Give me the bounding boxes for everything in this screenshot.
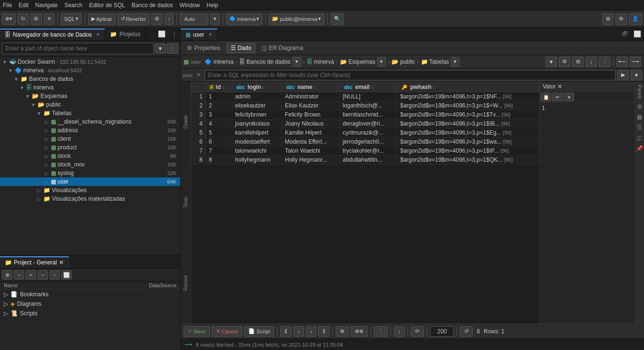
menu-search[interactable]: Search — [64, 2, 82, 9]
menu-window[interactable]: Window — [180, 2, 200, 9]
search-global-button[interactable]: 🔍 — [331, 13, 344, 25]
id-cell[interactable]: 6 — [206, 137, 232, 146]
settings-button[interactable]: ⚙ — [615, 13, 627, 25]
tree-item-tabelas[interactable]: ▼ 📁 Tabelas — [0, 109, 180, 117]
login-cell[interactable]: elisekautzer — [232, 101, 282, 110]
bc-public[interactable]: 📂 public — [391, 58, 415, 65]
tree-item-diesel[interactable]: ▷ ▦ __diesel_schema_migrations 24K — [0, 117, 180, 126]
value-copy-btn[interactable]: 📋 — [541, 93, 551, 101]
more-tree-button[interactable]: ⋮ — [167, 43, 178, 54]
delete-button[interactable]: ✕ — [44, 13, 55, 25]
list-view-icon[interactable]: ☰ — [636, 123, 643, 132]
tab-user[interactable]: ▦ user ✕ — [181, 29, 217, 40]
grid-body[interactable]: 1 1 admin Administrator [NULL] $argon2id… — [192, 92, 539, 165]
data-grid[interactable]: # id ↕ abc login ↕ — [191, 82, 539, 323]
grid-sort-btn[interactable]: ↕ — [585, 57, 597, 67]
menu-edit[interactable]: Edit — [19, 2, 29, 9]
auto-refresh-btn[interactable]: ↺ — [460, 326, 473, 337]
pwhash-cell[interactable]: $argon2id$v=19$m=4096,t=3,p=1$tP... [96] — [397, 146, 539, 156]
tree-item-client[interactable]: ▷ ▦ client 16K — [0, 135, 180, 143]
pwhash-cell[interactable]: $argon2id$v=19$m=4096,t=3,p=1$NF... [96] — [397, 92, 539, 101]
grid-more-btn[interactable]: ⋮ — [599, 57, 610, 67]
col-id-header[interactable]: # id ↕ — [206, 82, 232, 92]
bc-bancos[interactable]: 🗄 Bancos de dados — [239, 58, 291, 65]
login-cell[interactable]: talonwaelchi — [232, 146, 282, 156]
tree-item-visualizacoes[interactable]: ▷ 📁 Visualizações — [0, 186, 180, 194]
move-first-btn[interactable]: ⟪ — [280, 326, 292, 337]
tree-item-address[interactable]: ▷ ▦ address 16K — [0, 126, 180, 135]
new-connection-button[interactable]: ⊕▾ — [2, 13, 16, 25]
pwhash-cell[interactable]: $argon2id$v=19$m=4096,t=3,p=1$QK... [96] — [397, 156, 539, 165]
project-remove-button[interactable]: − — [14, 270, 24, 280]
table-row[interactable]: 7 7 talonwaelchi Talon Waelchi tryciakoh… — [192, 146, 539, 156]
project-add-button[interactable]: ⊕ — [2, 270, 12, 280]
sidebar-toggle-icon[interactable]: ⊞ — [636, 102, 643, 111]
email-cell[interactable]: abdullahwittin... — [340, 156, 397, 165]
pwhash-cell[interactable]: $argon2id$v=19$m=4096,t=3,p=1$Tv... [96] — [397, 110, 539, 119]
table-row[interactable]: 8 8 hollyhegmann Holly Hegmanr... abdull… — [192, 156, 539, 165]
table-row[interactable]: 5 5 kamillehilpert Kamille Hilpert cyril… — [192, 128, 539, 137]
close-navigator-icon[interactable]: ✕ — [96, 32, 100, 37]
tree-item-stock[interactable]: ▷ ▦ stock 8K — [0, 152, 180, 160]
project-maximize-button[interactable]: ⬜ — [61, 270, 72, 280]
move-last-btn[interactable]: ⟫ — [318, 326, 330, 337]
close-value-panel-icon[interactable]: ✕ — [557, 83, 562, 90]
right-maximize-button[interactable]: ⬜ — [631, 29, 644, 40]
login-cell[interactable]: modestaeffert — [232, 137, 282, 146]
login-cell[interactable]: kamillehilpert — [232, 128, 282, 137]
name-cell[interactable]: Elise Kautzer — [282, 101, 340, 110]
id-cell[interactable]: 7 — [206, 146, 232, 156]
close-project-icon[interactable]: ✕ — [59, 259, 64, 266]
connection-selector[interactable]: 🔷 minerva ▾ — [226, 13, 263, 25]
project-link-button[interactable]: ↔ — [38, 270, 48, 280]
col-login-header[interactable]: abc login ↕ — [232, 82, 282, 92]
tree-item-esquemas[interactable]: ▼ 📂 Esquemas — [0, 92, 180, 100]
right-restore-button[interactable]: 🗗 — [619, 29, 631, 40]
project-diagrams[interactable]: ▷ ◈ Diagrams — [0, 299, 180, 309]
maximize-left-button[interactable]: ⬜ — [155, 29, 168, 39]
project-new-button[interactable]: + — [26, 270, 36, 280]
id-cell[interactable]: 1 — [206, 92, 232, 101]
login-cell[interactable]: admin — [232, 92, 282, 101]
pwhash-cell[interactable]: $argon2id$v=19$m=4096,t=3,p=1$+W... [96] — [397, 101, 539, 110]
filter-run-btn[interactable]: ▶ — [617, 70, 629, 80]
pwhash-cell[interactable]: $argon2id$v=19$m=4096,t=3,p=1$IB... [96] — [397, 119, 539, 128]
project-scripts[interactable]: ▷ 📜 Scripts — [0, 309, 180, 318]
grid-filter-btn[interactable]: ▼ — [546, 57, 557, 67]
sql-button[interactable]: SQL ▾ — [61, 13, 82, 25]
move-next-btn[interactable]: › — [306, 326, 316, 337]
table-row[interactable]: 3 3 felicitybrown Felicity Brown bernita… — [192, 110, 539, 119]
email-cell[interactable]: loganfritsch@... — [340, 101, 397, 110]
account-button[interactable]: 👤 — [629, 13, 642, 25]
table-row[interactable]: 4 4 joanynikolaus Joany Nikolaus denaglo… — [192, 119, 539, 128]
id-cell[interactable]: 4 — [206, 119, 232, 128]
menu-banco-dados[interactable]: Banco de dados — [132, 2, 173, 9]
name-cell[interactable]: Talon Waelchi — [282, 146, 340, 156]
table-row[interactable]: 2 2 elisekautzer Elise Kautzer loganfrit… — [192, 101, 539, 110]
move-prev-btn[interactable]: ‹ — [293, 326, 304, 337]
limit-input[interactable] — [430, 326, 454, 337]
aplicar-button[interactable]: ▶ Aplicar — [88, 13, 116, 25]
value-dropdown-btn[interactable]: ▾ — [564, 93, 574, 101]
login-cell[interactable]: joanynikolaus — [232, 119, 282, 128]
bc-minerva-db[interactable]: 🗄 minerva — [307, 58, 334, 65]
id-cell[interactable]: 5 — [206, 128, 232, 137]
copy-row-btn[interactable]: ⊕⊕ — [351, 326, 368, 337]
data-grid-container[interactable]: Grade Texto Record — [181, 82, 644, 323]
refresh-button[interactable]: ↻ — [18, 13, 29, 25]
name-cell[interactable]: Modesta Effert... — [282, 137, 340, 146]
name-cell[interactable]: Administrator — [282, 92, 340, 101]
bc-esquemas[interactable]: 📂 Esquemas — [340, 58, 376, 65]
table-row[interactable]: 1 1 admin Administrator [NULL] $argon2id… — [192, 92, 539, 101]
project-minimize-button[interactable]: − — [49, 270, 60, 280]
tree-item-minerva-conn[interactable]: ▼ 🔷 minerva - localhost:5432 — [0, 66, 180, 75]
tab-projects[interactable]: 📁 Projetos — [105, 29, 146, 39]
menu-editor-sql[interactable]: Editor de SQL — [89, 2, 125, 9]
value-edit-btn[interactable]: ✏ — [552, 93, 563, 101]
search-input[interactable] — [2, 43, 154, 54]
col-email-header[interactable]: abc email ↕ — [340, 82, 397, 92]
prop-tab-er[interactable]: ◫ ER Diagrama — [257, 43, 307, 53]
col-name-header[interactable]: abc name ↕ — [282, 82, 340, 92]
grid-refresh-right[interactable]: ⟶ — [630, 57, 641, 67]
login-cell[interactable]: hollyhegmann — [232, 156, 282, 165]
